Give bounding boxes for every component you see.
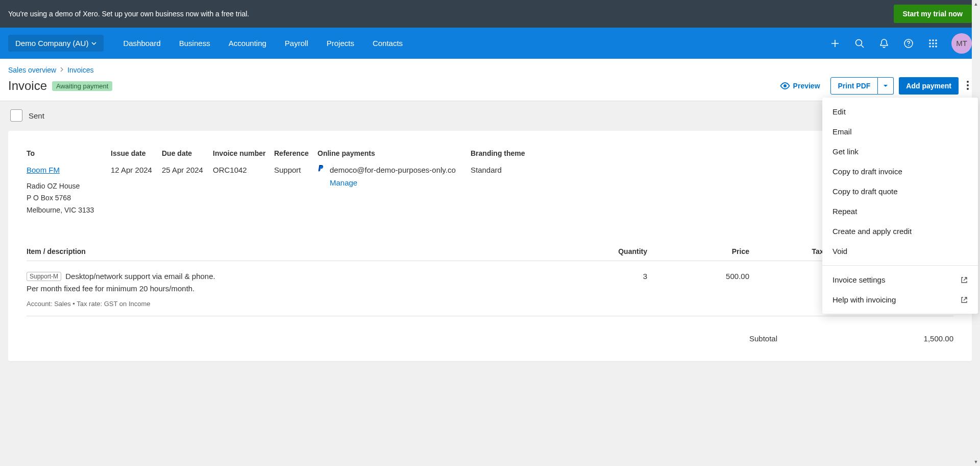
nav-items: Dashboard Business Accounting Payroll Pr… <box>114 28 412 59</box>
breadcrumb-invoices[interactable]: Invoices <box>67 66 93 74</box>
print-pdf-button[interactable]: Print PDF <box>830 77 878 95</box>
chevron-down-icon <box>91 42 96 45</box>
line-item-desc: Support-M Desktop/network support via em… <box>27 270 586 308</box>
menu-help-label: Help with invoicing <box>832 295 896 304</box>
nav-payroll[interactable]: Payroll <box>276 28 317 59</box>
svg-point-4 <box>932 39 934 41</box>
scroll-up-arrow[interactable]: ▲ <box>972 0 980 8</box>
search-icon <box>855 39 864 48</box>
svg-point-7 <box>932 42 934 44</box>
avatar[interactable]: MT <box>951 33 972 54</box>
nav-accounting[interactable]: Accounting <box>219 28 276 59</box>
org-name: Demo Company (AU) <box>15 39 88 48</box>
demo-banner-text: You're using a demo of Xero. Set up your… <box>8 10 249 18</box>
menu-invoice-settings[interactable]: Invoice settings <box>822 270 978 290</box>
nav-icon-group: MT <box>823 31 972 56</box>
menu-repeat[interactable]: Repeat <box>822 201 978 221</box>
print-pdf-group: Print PDF <box>830 77 894 95</box>
payment-email: democo@for-demo-purposes-only.co <box>330 166 456 174</box>
item-account-tax: Account: Sales • Tax rate: GST on Income <box>27 300 586 308</box>
start-trial-button[interactable]: Start my trial now <box>894 5 972 23</box>
help-icon <box>904 39 913 48</box>
print-pdf-dropdown[interactable] <box>878 77 894 95</box>
hdr-branding: Branding theme <box>471 149 547 165</box>
sent-label: Sent <box>29 111 44 120</box>
line-items-head: Item / description Quantity Price Tax am… <box>27 247 953 261</box>
breadcrumb-sales-overview[interactable]: Sales overview <box>8 66 56 74</box>
breadcrumb: Sales overview Invoices <box>8 66 972 74</box>
demo-banner: You're using a demo of Xero. Set up your… <box>0 0 980 28</box>
to-cell: Boom FM Radio OZ House P O Box 5768 Melb… <box>27 165 111 217</box>
menu-edit[interactable]: Edit <box>822 102 978 122</box>
bell-icon <box>880 39 888 48</box>
menu-credit-label: Create and apply credit <box>832 227 912 236</box>
notifications-button[interactable] <box>872 31 896 56</box>
paypal-icon <box>317 165 325 173</box>
external-link-icon <box>961 296 968 304</box>
menu-email[interactable]: Email <box>822 122 978 142</box>
line-items-table: Item / description Quantity Price Tax am… <box>27 247 953 316</box>
external-link-icon <box>961 276 968 284</box>
svg-point-10 <box>932 45 934 48</box>
svg-point-9 <box>929 45 931 48</box>
apps-grid-icon <box>928 39 938 48</box>
svg-point-14 <box>967 84 969 86</box>
reference: Support <box>274 165 317 217</box>
dropdown-separator <box>822 265 978 266</box>
issue-date: 12 Apr 2024 <box>111 165 162 217</box>
apps-button[interactable] <box>921 31 945 56</box>
svg-point-2 <box>908 45 909 46</box>
eye-icon <box>780 82 790 89</box>
addr-line-3: Melbourne, VIC 3133 <box>27 204 111 217</box>
svg-point-15 <box>967 88 969 90</box>
breadcrumb-separator <box>60 67 63 73</box>
svg-point-11 <box>935 45 937 48</box>
svg-point-0 <box>856 39 862 45</box>
branding-theme: Standard <box>471 165 547 217</box>
hdr-online-payments: Online payments <box>317 149 471 165</box>
hdr-inv-number: Invoice number <box>213 149 274 165</box>
hdr-amount-due <box>547 149 649 165</box>
item-desc-2: Per month fixed fee for minimum 20 hours… <box>27 283 586 295</box>
overflow-dropdown: Edit Email Get link Copy to draft invoic… <box>822 98 978 314</box>
add-button[interactable] <box>823 31 847 56</box>
preview-button[interactable]: Preview <box>775 82 825 90</box>
due-date: 25 Apr 2024 <box>162 165 213 217</box>
menu-copy-invoice[interactable]: Copy to draft invoice <box>822 161 978 181</box>
add-payment-button[interactable]: Add payment <box>899 77 959 95</box>
customer-link[interactable]: Boom FM <box>27 166 60 174</box>
hdr-price: Price <box>647 247 749 255</box>
org-switcher[interactable]: Demo Company (AU) <box>8 35 104 52</box>
menu-help-invoicing[interactable]: Help with invoicing <box>822 290 978 310</box>
search-button[interactable] <box>847 31 872 56</box>
menu-get-link[interactable]: Get link <box>822 142 978 161</box>
menu-copy-quote[interactable]: Copy to draft quote <box>822 181 978 201</box>
subtotal-value: 1,500.00 <box>851 334 953 343</box>
hdr-due: Due date <box>162 149 213 165</box>
line-item-row: Support-M Desktop/network support via em… <box>27 261 953 316</box>
svg-point-13 <box>967 81 969 83</box>
manage-link[interactable]: Manage <box>330 177 456 189</box>
page-title: Invoice <box>8 79 47 93</box>
nav-projects[interactable]: Projects <box>317 28 363 59</box>
svg-point-6 <box>929 42 931 44</box>
hdr-quantity: Quantity <box>586 247 647 255</box>
menu-void[interactable]: Void <box>822 241 978 261</box>
nav-business[interactable]: Business <box>170 28 219 59</box>
scroll-down-arrow[interactable]: ▼ <box>972 458 980 466</box>
caret-down-icon <box>883 84 888 87</box>
overflow-menu-button[interactable] <box>964 78 972 95</box>
hdr-reference: Reference <box>274 149 317 165</box>
menu-create-credit[interactable]: Create and apply credit <box>822 221 978 241</box>
invoice-meta: To Issue date Due date Invoice number Re… <box>27 149 953 217</box>
menu-copy-inv-label: Copy to draft invoice <box>832 167 902 176</box>
addr-line-1: Radio OZ House <box>27 180 111 193</box>
menu-edit-label: Edit <box>832 107 846 116</box>
nav-contacts[interactable]: Contacts <box>363 28 412 59</box>
sent-checkbox[interactable] <box>10 109 22 122</box>
main-nav: Demo Company (AU) Dashboard Business Acc… <box>0 28 980 59</box>
amount-due-cell <box>547 165 649 217</box>
help-button[interactable] <box>896 31 921 56</box>
nav-dashboard[interactable]: Dashboard <box>114 28 169 59</box>
hdr-item-desc: Item / description <box>27 247 586 255</box>
